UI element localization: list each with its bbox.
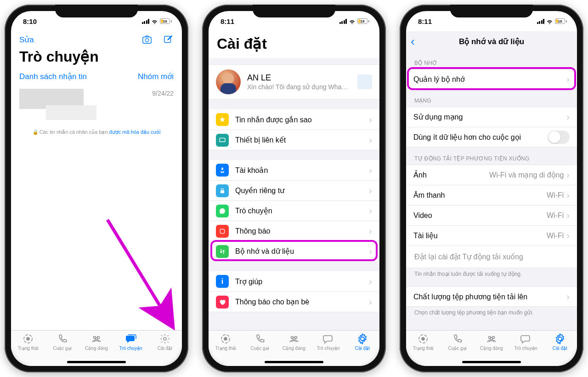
- tab-status[interactable]: Trạng thái: [406, 331, 440, 358]
- cell-reset-autodl[interactable]: Đặt lại cài đặt Tự động tải xuống: [406, 246, 577, 268]
- chevron-icon: ›: [369, 165, 372, 176]
- tab-chats[interactable]: Trò chuyện: [311, 331, 345, 358]
- svg-rect-13: [220, 229, 224, 233]
- chevron-icon: ›: [566, 170, 570, 180]
- svg-point-5: [27, 337, 29, 340]
- chevron-icon: ›: [369, 246, 372, 257]
- note-voice: Tin nhắn thoại luôn được tải xuống tự độ…: [406, 268, 577, 277]
- section-header-storage: BỘ NHỚ: [406, 51, 577, 69]
- cellular-icon: [339, 19, 347, 24]
- cell-help[interactable]: iTrợ giúp›: [209, 271, 379, 291]
- svg-rect-11: [221, 167, 223, 170]
- cell-manage-storage[interactable]: Quản lý bộ nhớ›: [406, 69, 577, 89]
- cell-upload-quality[interactable]: Chất lượng tệp phương tiện tải lên›: [406, 286, 577, 307]
- cell-tell-friend[interactable]: Thông báo cho bạn bè›: [209, 291, 379, 312]
- notch: [450, 5, 533, 17]
- cell-notifications[interactable]: Thông báo›: [209, 221, 379, 241]
- section-header-autodl: TỰ ĐỘNG TẢI TỆP PHƯƠNG TIỆN XUỐNG: [406, 147, 577, 165]
- profile-cell[interactable]: AN LE Xin chào! Tôi đang sử dụng Wha…: [209, 64, 379, 99]
- cell-starred[interactable]: Tin nhắn được gắn sao›: [209, 109, 379, 130]
- svg-rect-12: [220, 190, 224, 193]
- page-title: Cài đặt: [209, 31, 379, 57]
- avatar: [216, 69, 241, 94]
- chevron-icon: ›: [369, 114, 372, 125]
- chevron-icon: ›: [369, 185, 372, 196]
- svg-point-19: [361, 337, 364, 341]
- chevron-icon: ›: [566, 112, 570, 122]
- profile-name: AN LE: [247, 73, 351, 83]
- cell-chats[interactable]: Trò chuyện›: [209, 200, 379, 221]
- chat-row[interactable]: 9/24/22: [11, 86, 182, 123]
- tab-chats[interactable]: Trò chuyện: [509, 331, 543, 358]
- chevron-icon: ›: [566, 230, 570, 241]
- svg-point-8: [96, 338, 98, 340]
- chevron-icon: ›: [369, 135, 372, 145]
- status-time: 8:11: [418, 17, 432, 25]
- wifi-icon: [349, 18, 356, 25]
- tab-status[interactable]: Trạng thái: [209, 331, 243, 358]
- chevron-icon: ›: [369, 297, 372, 307]
- tab-community[interactable]: Cộng đồng: [79, 331, 113, 358]
- svg-point-15: [224, 337, 227, 340]
- tab-calls[interactable]: Cuộc gọi: [243, 331, 277, 358]
- cell-audio[interactable]: Âm thanhWi-Fi›: [406, 185, 577, 205]
- chevron-icon: ›: [566, 190, 570, 200]
- cell-linked[interactable]: Thiết bị liên kết›: [209, 130, 379, 150]
- cell-video[interactable]: VideoWi-Fi›: [406, 205, 577, 225]
- phone-2: 8:11 19 Cài đặt AN LE Xin chào! Tôi đang…: [202, 5, 386, 372]
- broadcast-lists-link[interactable]: Danh sách nhận tin: [19, 72, 87, 81]
- phone-1: 8:10 19 Sửa Trò chuyện Danh sách nhận ti…: [5, 5, 188, 372]
- chat-date: 9/24/22: [152, 89, 174, 97]
- svg-line-3: [107, 220, 165, 314]
- cell-network-usage[interactable]: Sử dụng mạng›: [406, 107, 577, 127]
- profile-status: Xin chào! Tôi đang sử dụng Wha…: [247, 83, 351, 91]
- cell-photos[interactable]: ẢnhWi-Fi và mạng di động›: [406, 165, 577, 185]
- section-header-network: MẠNG: [406, 89, 577, 107]
- cell-account[interactable]: Tài khoản›: [209, 160, 379, 180]
- home-indicator: [265, 361, 323, 363]
- back-button[interactable]: ‹: [411, 34, 415, 49]
- battery-icon: 19: [160, 18, 172, 24]
- chevron-icon: ›: [369, 206, 372, 216]
- svg-point-1: [145, 39, 148, 42]
- svg-point-21: [422, 337, 424, 340]
- wifi-icon: [546, 18, 553, 25]
- nav-title: Bộ nhớ và dữ liệu: [459, 37, 524, 46]
- wifi-icon: [151, 18, 158, 25]
- svg-rect-0: [143, 37, 151, 44]
- cell-privacy[interactable]: Quyền riêng tư›: [209, 180, 379, 200]
- status-time: 8:11: [220, 17, 234, 25]
- edit-button[interactable]: Sửa: [19, 35, 34, 45]
- status-time: 8:10: [23, 17, 37, 25]
- svg-point-24: [491, 338, 493, 340]
- qr-icon[interactable]: [357, 74, 372, 89]
- tab-calls[interactable]: Cuộc gọi: [440, 331, 474, 358]
- tab-status[interactable]: Trạng thái: [11, 331, 45, 358]
- chevron-icon: ›: [566, 210, 570, 221]
- tab-community[interactable]: Cộng đồng: [277, 331, 311, 358]
- tab-settings[interactable]: Cài đặt: [543, 331, 577, 358]
- compose-icon[interactable]: [163, 34, 174, 45]
- toggle-less-data[interactable]: [548, 131, 570, 144]
- camera-icon[interactable]: [141, 34, 153, 45]
- svg-point-9: [164, 337, 166, 340]
- tab-settings[interactable]: Cài đặt: [345, 331, 379, 358]
- encryption-link[interactable]: được mã hóa đầu cuối: [109, 129, 161, 135]
- battery-icon: 19: [357, 18, 369, 24]
- cell-less-data[interactable]: Dùng ít dữ liệu hơn cho cuộc gọi: [406, 127, 577, 147]
- lock-icon: 🔒: [33, 130, 38, 135]
- phone-3: 8:11 19 ‹ Bộ nhớ và dữ liệu BỘ NHỚ Quản …: [400, 5, 583, 372]
- svg-rect-10: [220, 138, 225, 142]
- tab-settings[interactable]: Cài đặt: [148, 331, 182, 358]
- tab-community[interactable]: Cộng đồng: [475, 331, 509, 358]
- page-title: Trò chuyện: [11, 47, 182, 70]
- notch: [253, 5, 335, 17]
- tab-chats[interactable]: Trò chuyện: [113, 331, 147, 358]
- new-group-link[interactable]: Nhóm mới: [138, 72, 174, 81]
- chevron-icon: ›: [369, 226, 372, 236]
- tab-calls[interactable]: Cuộc gọi: [45, 331, 79, 358]
- note-quality: Chọn chất lượng tệp phương tiện bạn muốn…: [406, 307, 577, 316]
- cell-storage[interactable]: Bộ nhớ và dữ liệu›: [209, 241, 379, 261]
- encryption-note: 🔒Các tin nhắn cá nhân của bạn được mã hó…: [11, 123, 182, 142]
- cell-docs[interactable]: Tài liệuWi-Fi›: [406, 225, 577, 246]
